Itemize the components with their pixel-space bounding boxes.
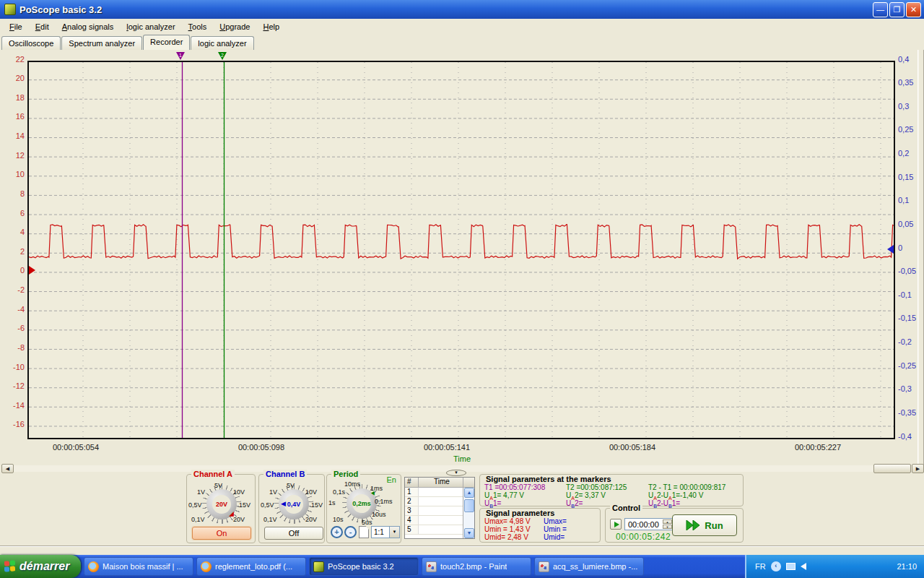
channel-b-off-button[interactable]: Off bbox=[264, 527, 323, 540]
windows-flag-icon bbox=[4, 560, 16, 573]
firefox-icon bbox=[88, 561, 99, 572]
knob-pointer: ◤ bbox=[229, 511, 234, 518]
right-axis-label: -0,35 bbox=[898, 408, 916, 418]
right-axis-label: 0 bbox=[898, 243, 902, 253]
v-scroll-down-button[interactable]: ▼ bbox=[464, 528, 474, 538]
time-axis-label: 00:00:05:184 bbox=[582, 443, 683, 452]
channel-b-group: Channel B 0,4V5V10V15V20V0,1V0,5V1V◀ Off bbox=[258, 474, 325, 543]
menu-item-logic-analyzer[interactable]: logic analyzer bbox=[120, 20, 181, 33]
system-tray: FR ‹ 21:10 bbox=[745, 555, 924, 578]
left-axis-label: 14 bbox=[0, 131, 25, 141]
taskbar-button-label: PoScope basic 3.2 bbox=[328, 562, 394, 571]
firefox-icon bbox=[201, 561, 212, 572]
maximize-button[interactable]: ❐ bbox=[889, 2, 905, 17]
right-axis-label: -0,25 bbox=[898, 361, 916, 371]
panel-collapse-button[interactable]: ▼ bbox=[446, 470, 466, 476]
v-scrollbar-thumb[interactable] bbox=[464, 499, 474, 512]
network-monitor-icon[interactable] bbox=[786, 563, 796, 570]
speaker-icon[interactable] bbox=[801, 563, 806, 570]
chevron-down-icon[interactable]: ▼ bbox=[389, 527, 399, 538]
right-axis-label: -0,3 bbox=[898, 384, 912, 394]
recorder-table[interactable]: #Time 12345 ▲ ▼ bbox=[404, 477, 475, 539]
menu-item-file[interactable]: File bbox=[3, 20, 29, 33]
left-axis-label: -2 bbox=[0, 285, 25, 295]
knob-scale-label: 15V bbox=[239, 501, 250, 509]
menu-item-tools[interactable]: Tools bbox=[182, 20, 214, 33]
minimize-button[interactable]: — bbox=[873, 2, 888, 17]
taskbar-button[interactable]: Maison bois massif | ... bbox=[84, 557, 193, 576]
time-field[interactable]: 00:00:00 ▲ ▼ bbox=[624, 518, 674, 530]
taskbar-button[interactable]: reglement_loto.pdf (... bbox=[196, 557, 306, 576]
row-number: 2 bbox=[405, 497, 419, 506]
marker-flag-1[interactable]: 1 bbox=[176, 51, 186, 61]
period-knob[interactable]: 0,2ms10ms1ms0,1ms10us5us10s1s0,1s▼ bbox=[328, 483, 395, 525]
right-axis-label: 0,2 bbox=[898, 149, 909, 158]
taskbar-button[interactable]: PoScope basic 3.2 bbox=[309, 557, 419, 576]
h-scrollbar-thumb[interactable] bbox=[873, 464, 911, 473]
right-axis-label: -0,1 bbox=[898, 290, 912, 300]
taskbar-button[interactable]: acq_ss_lumiere.bmp -... bbox=[534, 557, 644, 576]
close-button[interactable]: ✕ bbox=[906, 2, 921, 17]
table-column-header[interactable]: # bbox=[405, 478, 419, 487]
tab-spectrum-analyzer[interactable]: Spectrum analyzer bbox=[61, 36, 142, 50]
channel-a-knob[interactable]: 20V5V10V15V20V0,1V0,5V1V◤ bbox=[188, 483, 255, 525]
left-axis-label: -10 bbox=[0, 363, 25, 372]
keyboard-layout-indicator[interactable]: FR bbox=[755, 562, 766, 571]
channel-a-on-button[interactable]: On bbox=[192, 527, 251, 540]
time-axis-label: 00:00:05:141 bbox=[396, 443, 497, 452]
menu-item-upgrade[interactable]: Upgrade bbox=[213, 20, 256, 33]
left-axis-label: 10 bbox=[0, 170, 25, 179]
taskbar-button-label: reglement_loto.pdf (... bbox=[215, 562, 292, 571]
marker-flag-2[interactable]: 2 bbox=[218, 51, 227, 61]
right-axis-label: 0,25 bbox=[898, 125, 913, 134]
run-button[interactable]: Run bbox=[672, 514, 737, 536]
signal-param-b: Umax= bbox=[544, 517, 567, 525]
tab-recorder[interactable]: Recorder bbox=[143, 35, 190, 50]
knob-scale-label: 5V bbox=[214, 482, 222, 489]
left-axis-label: -16 bbox=[0, 420, 25, 429]
tab-oscilloscope[interactable]: Oscilloscope bbox=[1, 36, 61, 50]
right-axis-label: 0,15 bbox=[898, 173, 913, 182]
taskbar-button-label: acq_ss_lumiere.bmp -... bbox=[553, 562, 637, 571]
menu-item-edit[interactable]: Edit bbox=[29, 20, 56, 33]
vertical-splitter[interactable] bbox=[918, 50, 924, 467]
channel-b-knob[interactable]: 0,4V5V10V15V20V0,1V0,5V1V◀ bbox=[261, 483, 327, 525]
menu-item-analog-signals[interactable]: Analog signals bbox=[56, 20, 121, 33]
row-number: 3 bbox=[405, 506, 419, 515]
time-field-value: 00:00:00 bbox=[628, 520, 659, 529]
h-scroll-right-button[interactable]: ▶ bbox=[912, 464, 924, 473]
knob-scale-label: 20V bbox=[305, 516, 317, 523]
time-spinner[interactable]: ▲ ▼ bbox=[663, 519, 672, 529]
tray-chevron-icon[interactable]: ‹ bbox=[771, 561, 781, 571]
control-title: Control bbox=[610, 504, 642, 512]
left-axis-label: 6 bbox=[0, 209, 25, 218]
left-axis-label: -4 bbox=[0, 305, 25, 314]
knob-scale-label: 1s bbox=[328, 499, 336, 506]
spin-up-icon[interactable]: ▲ bbox=[663, 519, 672, 524]
start-button[interactable]: démarrer bbox=[0, 555, 81, 578]
spin-down-icon[interactable]: ▼ bbox=[663, 525, 672, 529]
table-column-header[interactable]: Time bbox=[419, 478, 463, 487]
right-axis-label: 0,05 bbox=[898, 220, 913, 229]
v-scroll-up-button[interactable]: ▲ bbox=[464, 488, 474, 498]
period-group: Period En 0,2ms10ms1ms0,1ms10us5us10s1s0… bbox=[326, 474, 401, 543]
paint-icon bbox=[539, 561, 549, 572]
row-number: 4 bbox=[405, 516, 419, 525]
zoom-out-button[interactable]: - bbox=[344, 526, 357, 538]
new-page-button[interactable] bbox=[359, 526, 369, 538]
run-label: Run bbox=[705, 520, 723, 531]
knob-scale-label: 15V bbox=[311, 501, 323, 509]
svg-text:1: 1 bbox=[179, 53, 182, 58]
time-axis-label: 00:00:05:227 bbox=[767, 443, 868, 452]
clock[interactable]: 21:10 bbox=[897, 562, 917, 571]
waveform-plot[interactable] bbox=[27, 61, 895, 439]
zoom-in-button[interactable]: + bbox=[331, 526, 343, 538]
h-scroll-left-button[interactable]: ◀ bbox=[1, 464, 14, 473]
play-button[interactable] bbox=[610, 519, 622, 530]
v-scrollbar[interactable]: ▲ ▼ bbox=[463, 488, 474, 538]
menu-item-help[interactable]: Help bbox=[256, 20, 286, 33]
right-axis-label: 0,35 bbox=[898, 78, 913, 87]
tab-logic-analyzer[interactable]: logic analyzer bbox=[191, 36, 253, 50]
zoom-ratio-select[interactable]: 1:1 ▼ bbox=[371, 526, 400, 538]
taskbar-button[interactable]: touch2.bmp - Paint bbox=[422, 557, 531, 576]
